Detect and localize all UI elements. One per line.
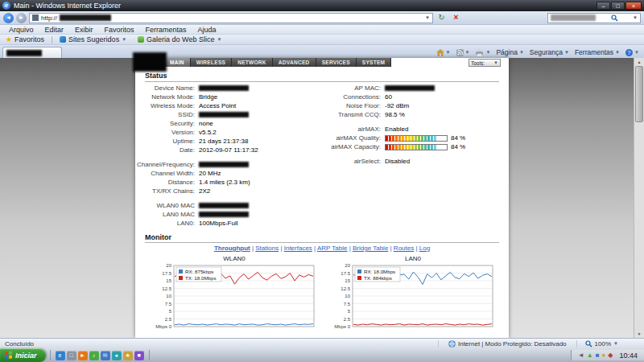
antivirus-icon: ◆ (608, 351, 613, 360)
airos-tab-system[interactable]: SYSTEM (357, 58, 392, 67)
monitor-link-routes[interactable]: Routes (394, 245, 414, 252)
airos-tab-services[interactable]: SERVICES (316, 58, 357, 67)
status-value: 60 (385, 93, 392, 101)
monitor-link-stations[interactable]: Stations (255, 245, 279, 252)
media-player-icon[interactable]: ► (78, 351, 88, 360)
menu-item-ferramentas[interactable]: Ferramentas (140, 26, 192, 34)
monitor-link-throughput[interactable]: Throughput (214, 245, 250, 252)
network-icon: ■ (596, 351, 600, 360)
status-value: 100Mbps-Full (199, 220, 237, 227)
maximize-button[interactable]: □ (611, 2, 625, 10)
menu-item-editar[interactable]: Editar (39, 26, 70, 34)
monitor-link-interfaces[interactable]: Interfaces (284, 245, 312, 252)
address-row: ◄ ► http:// ▼ ↻ × ▼ (0, 11, 644, 25)
ie-icon[interactable]: e (56, 351, 65, 360)
zoom-control[interactable]: 100% ▼ (576, 340, 639, 348)
svg-text:7.5: 7.5 (165, 302, 172, 306)
search-dropdown-icon[interactable]: ▼ (633, 15, 638, 20)
airos-tab-wireless[interactable]: WIRELESS (191, 58, 232, 67)
airos-tab-main[interactable]: MAIN (164, 58, 191, 67)
printer-icon (475, 49, 484, 56)
tools-dropdown[interactable]: Tools: ▼ (469, 59, 501, 67)
minimize-button[interactable]: – (597, 2, 610, 10)
svg-text:10: 10 (345, 294, 350, 298)
scroll-up-icon[interactable]: ▲ (634, 60, 644, 64)
redacted-value (199, 212, 249, 217)
browser-viewport: MAINWIRELESSNETWORKADVANCEDSERVICESSYSTE… (0, 58, 644, 338)
browser-tab[interactable] (2, 47, 62, 58)
menu-item-exibir[interactable]: Exibir (69, 26, 99, 34)
status-label: Network Mode: (135, 93, 199, 101)
row-spacer (135, 195, 304, 201)
status-row: Transmit CCQ:98.5 % (304, 110, 509, 119)
status-row: Connections:60 (304, 93, 509, 101)
security-zone: Internet | Modo Protegido: Desativado (438, 340, 576, 348)
address-url: http:// (41, 14, 57, 22)
scrollbar-thumb[interactable] (635, 66, 643, 122)
status-value: Enabled (385, 125, 408, 133)
status-label: airMAX: (304, 125, 385, 133)
airmax-bar (385, 135, 448, 142)
help-menu[interactable]: ? ▼ (625, 49, 639, 56)
monitor-link-arp-table[interactable]: ARP Table (317, 245, 348, 252)
safety-menu[interactable]: Segurança ▼ (530, 48, 569, 56)
menu-item-arquivo[interactable]: Arquivo (3, 26, 39, 34)
status-label: SSID: (135, 111, 199, 118)
svg-text:5: 5 (169, 309, 172, 314)
close-button[interactable]: × (625, 2, 642, 10)
web-slice-button[interactable]: Galeria do Web Slice ▼ (132, 35, 227, 44)
status-value: 2X2 (199, 187, 210, 195)
svg-text:RX: 875kbps: RX: 875kbps (185, 269, 213, 274)
vertical-scrollbar[interactable]: ▲ ▼ (634, 58, 644, 338)
messenger-icon[interactable]: ● (112, 351, 122, 360)
address-dropdown-icon[interactable]: ▼ (425, 15, 430, 20)
chevron-down-icon: ▼ (519, 50, 524, 55)
home-button[interactable]: ▼ (436, 49, 451, 56)
feeds-button[interactable]: ▼ (456, 49, 470, 56)
favorites-button[interactable]: ★ Favoritos (0, 35, 50, 44)
search-icon[interactable] (611, 14, 618, 22)
menu-item-favoritos[interactable]: Favoritos (99, 26, 140, 34)
page-menu[interactable]: Página ▼ (496, 48, 523, 56)
start-button[interactable]: Iniciar (0, 348, 46, 362)
print-button[interactable]: ▼ (475, 49, 490, 56)
svg-text:7.5: 7.5 (344, 302, 351, 306)
back-button[interactable]: ◄ (3, 13, 14, 23)
address-bar[interactable]: http:// ▼ (29, 13, 433, 23)
chevron-down-icon: ▼ (446, 50, 451, 55)
airos-tab-network[interactable]: NETWORK (232, 58, 273, 67)
stop-button[interactable]: × (450, 13, 462, 23)
status-value: 20 MHz (199, 170, 221, 177)
menu-item-ajuda[interactable]: Ajuda (192, 26, 222, 34)
app-icon[interactable]: ■ (134, 351, 144, 360)
airos-tab-advanced[interactable]: ADVANCED (273, 58, 316, 67)
refresh-button[interactable]: ↻ (436, 13, 448, 23)
status-row: airMAX Quality:84 % (304, 134, 509, 142)
suggested-sites-button[interactable]: Sites Sugeridos ▼ (54, 35, 132, 44)
redacted-value (199, 85, 249, 91)
status-label: LAN0 MAC (135, 211, 199, 218)
chevron-down-icon: ▼ (613, 341, 618, 346)
tray-icons: ◄▲■●◆ (578, 351, 613, 360)
monitor-link-bridge-table[interactable]: Bridge Table (353, 245, 388, 252)
status-value: -92 dBm (385, 102, 409, 109)
status-row: Network Mode:Bridge (135, 93, 304, 101)
scroll-down-icon[interactable]: ▼ (634, 331, 644, 336)
tools-menu-label: Ferramentas (575, 48, 613, 56)
status-label: airMAX Capacity: (304, 143, 385, 150)
music-icon[interactable]: ♪ (89, 351, 99, 360)
tools-menu[interactable]: Ferramentas ▼ (575, 48, 620, 56)
forward-button[interactable]: ► (16, 13, 27, 23)
show-desktop-icon[interactable]: □ (67, 351, 76, 360)
search-box[interactable]: ▼ (547, 13, 641, 23)
status-section-title: Status (145, 72, 167, 80)
redacted-value (199, 112, 249, 117)
favorites-icon[interactable]: ★ (123, 351, 133, 360)
redacted-logo (133, 52, 167, 72)
favorites-bar: ★ Favoritos Sites Sugeridos ▼ Galeria do… (0, 35, 644, 45)
mail-icon[interactable]: ✉ (101, 351, 110, 360)
airmax-bar (385, 144, 448, 150)
suggested-sites-label: Sites Sugeridos (68, 35, 119, 43)
monitor-link-log[interactable]: Log (419, 245, 430, 252)
status-value: Disabled (385, 158, 410, 165)
